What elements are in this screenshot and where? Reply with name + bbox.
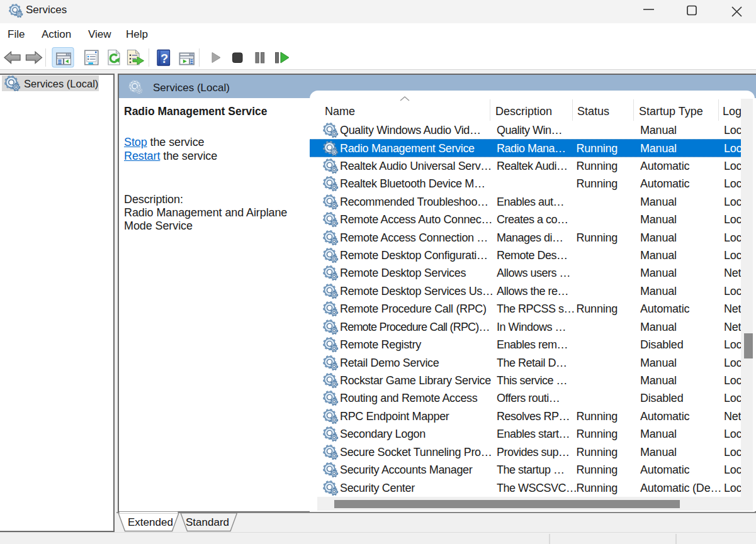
svg-text:?: ? (161, 52, 168, 65)
